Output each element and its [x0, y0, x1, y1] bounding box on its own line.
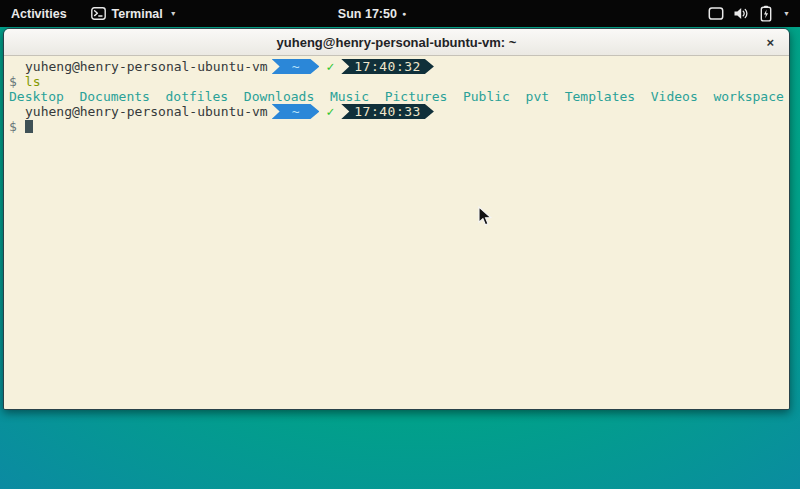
time-label: 17:40:33	[354, 104, 421, 119]
command-text: ls	[25, 74, 41, 89]
cwd-label: ~	[292, 104, 300, 119]
top-bar: Activities Terminal ▼ Sun 17:50 ●	[0, 0, 800, 27]
prompt-user-host: yuheng@henry-personal-ubuntu-vm	[25, 59, 268, 74]
prompt-dollar: $	[9, 74, 17, 89]
screen-icon	[708, 6, 724, 21]
close-icon[interactable]: ×	[766, 36, 774, 49]
chevron-down-icon: ▼	[170, 10, 177, 17]
status-check-icon: ✓	[326, 104, 334, 119]
time-label: 17:40:32	[354, 59, 421, 74]
prompt-line: yuheng@henry-personal-ubuntu-vm ~ ✓ 17:4…	[9, 104, 789, 119]
window-title: yuheng@henry-personal-ubuntu-vm: ~	[277, 35, 517, 50]
activities-button[interactable]: Activities	[0, 0, 81, 27]
ls-output-line: Desktop Documents dotfiles Downloads Mus…	[9, 89, 789, 104]
system-status-area[interactable]: ▼	[708, 0, 800, 27]
prompt-line: yuheng@henry-personal-ubuntu-vm ~ ✓ 17:4…	[9, 59, 789, 74]
prompt-cwd-segment: ~	[272, 104, 320, 119]
notification-dot: ●	[402, 10, 406, 17]
battery-charging-icon	[759, 5, 773, 22]
command-line-current: $	[9, 119, 789, 134]
prompt-time-segment: 17:40:32	[341, 59, 434, 74]
prompt-user-host: yuheng@henry-personal-ubuntu-vm	[25, 104, 268, 119]
prompt-dollar: $	[9, 119, 17, 134]
volume-icon	[733, 6, 750, 21]
clock-button[interactable]: Sun 17:50 ●	[338, 0, 406, 27]
prompt-time-segment: 17:40:33	[341, 104, 434, 119]
app-menu-label: Terminal	[112, 7, 163, 21]
prompt-cwd-segment: ~	[272, 59, 320, 74]
clock-label: Sun 17:50	[338, 7, 397, 21]
terminal-window: yuheng@henry-personal-ubuntu-vm: ~ × yuh…	[3, 28, 790, 410]
command-line: $ ls	[9, 74, 789, 89]
terminal-cursor	[25, 120, 33, 133]
mouse-cursor	[478, 206, 493, 227]
window-titlebar[interactable]: yuheng@henry-personal-ubuntu-vm: ~ ×	[4, 29, 789, 56]
app-menu-terminal[interactable]: Terminal ▼	[81, 0, 187, 27]
terminal-content[interactable]: yuheng@henry-personal-ubuntu-vm ~ ✓ 17:4…	[4, 56, 789, 409]
chevron-down-icon: ▼	[783, 10, 790, 17]
cwd-label: ~	[292, 59, 300, 74]
status-check-icon: ✓	[326, 59, 334, 74]
terminal-icon	[91, 7, 106, 20]
